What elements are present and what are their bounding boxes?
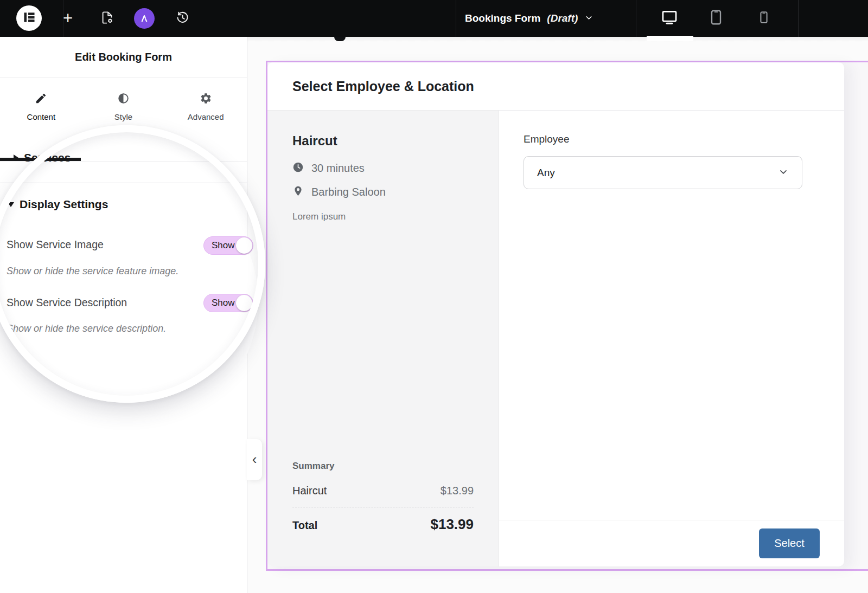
summary-heading: Summary — [292, 461, 474, 472]
summary-item-row: Haircut $13.99 — [292, 485, 474, 497]
employee-content: Employee Any — [499, 111, 844, 189]
service-location-row: Barbing Saloon — [292, 185, 474, 199]
add-element-button[interactable]: + — [56, 0, 79, 37]
elementor-menu-button[interactable] — [16, 5, 42, 31]
summary-item-price: $13.99 — [441, 485, 474, 497]
employee-label: Employee — [524, 133, 802, 145]
select-button[interactable]: Select — [759, 528, 820, 558]
chevron-right-icon — [14, 154, 18, 161]
chevron-down-icon — [584, 13, 593, 24]
booking-form-body: Haircut 30 minutes — [267, 111, 844, 566]
toggle-knob — [236, 295, 252, 311]
document-title: Bookings Form — [465, 12, 540, 24]
service-duration: 30 minutes — [311, 162, 365, 175]
editor-panel: Edit Booking Form Content — [0, 37, 247, 593]
service-panel: Haircut 30 minutes — [267, 111, 499, 566]
collapse-panel-button[interactable]: ‹ — [247, 439, 262, 480]
toggle-show-service-description[interactable]: Show — [203, 294, 253, 312]
toggle-show-service-image[interactable]: Show — [203, 236, 253, 255]
setting-show-service-description-label: Show Service Description — [7, 296, 127, 309]
page-heading-fragment — [334, 37, 346, 41]
page-settings-icon — [100, 10, 114, 27]
section-services[interactable]: Services — [14, 151, 71, 164]
history-icon — [175, 10, 190, 27]
service-duration-row: 30 minutes — [292, 162, 474, 175]
section-divider — [0, 183, 247, 183]
chevron-down-icon — [778, 166, 789, 179]
device-tablet-button[interactable] — [700, 0, 732, 37]
section-services-label: Services — [24, 151, 71, 164]
total-price: $13.99 — [430, 516, 474, 533]
active-device-indicator — [647, 36, 693, 41]
topbar-divider — [798, 0, 799, 37]
employee-selected-value: Any — [537, 167, 778, 179]
panel-content: Services Display Settings Show Service I… — [0, 37, 277, 593]
spacer — [292, 222, 474, 461]
service-description: Lorem ipsum — [292, 211, 474, 222]
toggle-state-label: Show — [212, 298, 235, 308]
topbar-divider — [456, 0, 456, 37]
letter-a-icon — [134, 8, 155, 29]
clock-icon — [292, 162, 304, 175]
chevron-left-icon: ‹ — [252, 452, 257, 466]
elementor-logo-icon — [22, 10, 36, 27]
section-display-settings[interactable]: Display Settings — [8, 198, 108, 211]
booking-form-footer: Select — [499, 520, 844, 566]
page-settings-button[interactable] — [95, 0, 118, 37]
elementor-editor: + — [0, 0, 868, 593]
desktop-icon — [660, 8, 679, 29]
booking-form-title: Select Employee & Location — [292, 79, 474, 94]
widget-selection-outline: Select Employee & Location Haircut — [266, 61, 868, 571]
toggle-state-label: Show — [212, 240, 235, 251]
setting-show-service-image-label: Show Service Image — [7, 239, 104, 251]
document-title-dropdown[interactable]: Bookings Form (Draft) — [465, 0, 593, 37]
app-logo-button[interactable] — [134, 0, 155, 37]
mobile-icon — [756, 10, 771, 27]
booking-form-header: Select Employee & Location — [267, 62, 844, 111]
summary-divider — [292, 507, 474, 507]
preview-canvas: Select Employee & Location Haircut — [247, 37, 868, 593]
employee-select[interactable]: Any — [524, 156, 802, 189]
setting-show-service-image-description: Show or hide the service feature image. — [7, 266, 178, 277]
history-button[interactable] — [171, 0, 194, 37]
summary-total-row: Total $13.99 — [292, 516, 474, 533]
section-display-settings-label: Display Settings — [20, 198, 108, 211]
top-bar: + — [0, 0, 868, 37]
device-mobile-button[interactable] — [748, 0, 780, 37]
total-label: Total — [292, 519, 317, 532]
device-desktop-button[interactable] — [653, 0, 686, 37]
setting-show-service-description-description: Show or hide the service description. — [7, 323, 166, 334]
employee-panel: Employee Any Select — [499, 111, 844, 566]
location-pin-icon — [292, 185, 304, 199]
document-status: (Draft) — [547, 12, 578, 24]
tablet-icon — [707, 9, 725, 28]
toggle-knob — [236, 237, 252, 254]
triangle-down-icon — [8, 202, 14, 207]
booking-form-card: Select Employee & Location Haircut — [267, 62, 844, 566]
service-name: Haircut — [292, 133, 474, 149]
service-location: Barbing Saloon — [311, 186, 386, 198]
topbar-divider — [636, 0, 636, 37]
spacer — [499, 189, 844, 520]
summary-item-label: Haircut — [292, 485, 327, 497]
plus-icon: + — [63, 9, 73, 28]
